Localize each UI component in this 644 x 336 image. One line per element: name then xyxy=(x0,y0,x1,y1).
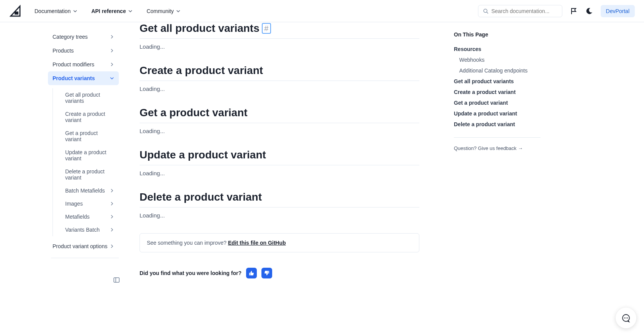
toc-item-get[interactable]: Get a product variant xyxy=(454,97,540,108)
toc-item-delete[interactable]: Delete a product variant xyxy=(454,119,540,130)
toc-item-additional-endpoints[interactable]: Additional Catalog endpoints xyxy=(454,65,540,76)
sidebar: Category trees Products Product modifier… xyxy=(0,22,124,290)
svg-point-1 xyxy=(483,9,487,12)
sidebar-item-label: Product variants xyxy=(53,75,95,81)
anchor-link[interactable]: # xyxy=(262,23,271,34)
section-heading: Get a product variant xyxy=(140,107,419,123)
sidebar-item-category-trees[interactable]: Category trees xyxy=(48,30,119,44)
sidebar-submenu: Get all product variants Create a produc… xyxy=(53,88,119,236)
sidebar-subitem-delete[interactable]: Delete a product variant xyxy=(61,165,119,184)
toc-item-update[interactable]: Update a product variant xyxy=(454,108,540,119)
section-title: Get a product variant xyxy=(140,107,248,119)
chevron-down-icon xyxy=(110,76,114,81)
sidebar-subitem-variants-batch[interactable]: Variants Batch xyxy=(61,223,119,236)
sidebar-subitem-label: Delete a product variant xyxy=(65,168,114,181)
thumbs-down-button[interactable] xyxy=(261,268,272,278)
collapse-sidebar-button[interactable] xyxy=(113,277,120,285)
sidebar-item-label: Product variant options xyxy=(53,243,107,249)
svg-line-2 xyxy=(486,12,488,13)
sidebar-item-label: Products xyxy=(53,48,74,54)
section-heading: Delete a product variant xyxy=(140,191,419,208)
nav-documentation[interactable]: Documentation xyxy=(34,8,77,14)
sidebar-subitem-update[interactable]: Update a product variant xyxy=(61,146,119,165)
devportal-button[interactable]: DevPortal xyxy=(601,5,635,17)
sidebar-subitem-label: Update a product variant xyxy=(65,149,114,161)
main-content: Get all product variants # Loading... Cr… xyxy=(124,22,435,290)
toc-panel: On This Page Resources Webhooks Addition… xyxy=(435,22,550,290)
section-heading: Get all product variants # xyxy=(140,22,419,39)
nav-documentation-label: Documentation xyxy=(34,8,71,14)
thumbs-up-button[interactable] xyxy=(246,268,257,278)
sidebar-item-products[interactable]: Products xyxy=(48,44,119,58)
sidebar-subitem-label: Get all product variants xyxy=(65,92,114,104)
toc-item-webhooks[interactable]: Webhooks xyxy=(454,54,540,65)
section-get: Get a product variant Loading... xyxy=(140,107,419,134)
sidebar-subitem-metafields[interactable]: Metafields xyxy=(61,210,119,223)
chevron-right-icon xyxy=(110,62,114,67)
section-title: Delete a product variant xyxy=(140,191,262,203)
section-create: Create a product variant Loading... xyxy=(140,64,419,92)
chevron-down-icon xyxy=(128,9,133,13)
loading-text: Loading... xyxy=(140,43,419,50)
sidebar-subitem-label: Metafields xyxy=(65,214,90,220)
feedback-question: Did you find what you were looking for? xyxy=(140,270,242,276)
chevron-right-icon xyxy=(110,48,114,53)
feedback-link[interactable]: Question? Give us feedback → xyxy=(454,145,540,151)
svg-rect-3 xyxy=(114,278,119,282)
nav-community-label: Community xyxy=(146,8,174,14)
sidebar-subitem-label: Images xyxy=(65,201,83,207)
chevron-right-icon xyxy=(110,244,114,249)
section-heading: Create a product variant xyxy=(140,64,419,81)
sidebar-item-product-modifiers[interactable]: Product modifiers xyxy=(48,58,119,71)
chevron-right-icon xyxy=(110,214,114,219)
chevron-right-icon xyxy=(110,201,114,206)
sidebar-subitem-get-all[interactable]: Get all product variants xyxy=(61,88,119,107)
sidebar-item-label: Category trees xyxy=(53,34,88,40)
nav-community[interactable]: Community xyxy=(146,8,181,14)
sidebar-subitem-label: Batch Metafields xyxy=(65,188,105,194)
sidebar-subitem-get[interactable]: Get a product variant xyxy=(61,127,119,146)
logo[interactable] xyxy=(9,5,22,18)
sidebar-item-product-variants[interactable]: Product variants xyxy=(48,71,119,85)
sidebar-subitem-label: Create a product variant xyxy=(65,111,114,123)
moon-icon xyxy=(585,7,593,15)
search-icon xyxy=(483,8,488,14)
nav-links: Documentation API reference Community xyxy=(34,8,181,14)
loading-text: Loading... xyxy=(140,170,419,176)
toc-item-resources[interactable]: Resources xyxy=(454,44,540,54)
sidebar-subitem-label: Get a product variant xyxy=(65,130,114,142)
section-heading: Update a product variant xyxy=(140,149,419,165)
toc-item-get-all[interactable]: Get all product variants xyxy=(454,76,540,87)
header-right: DevPortal xyxy=(478,5,635,17)
sidebar-subitem-create[interactable]: Create a product variant xyxy=(61,107,119,127)
sidebar-divider xyxy=(51,258,119,258)
section-title: Create a product variant xyxy=(140,64,263,77)
section-get-all: Get all product variants # Loading... xyxy=(140,22,419,50)
logo-icon xyxy=(9,5,22,18)
sidebar-item-variant-options[interactable]: Product variant options xyxy=(48,239,119,253)
thumbs-up-icon xyxy=(249,270,254,276)
theme-toggle[interactable] xyxy=(585,7,593,15)
chevron-down-icon xyxy=(176,9,181,13)
chevron-down-icon xyxy=(73,9,77,13)
panel-collapse-icon xyxy=(113,277,120,283)
sidebar-subitem-batch-metafields[interactable]: Batch Metafields xyxy=(61,184,119,197)
flag-button[interactable] xyxy=(570,7,578,15)
nav-api-reference[interactable]: API reference xyxy=(91,8,133,14)
sidebar-subitem-images[interactable]: Images xyxy=(61,197,119,210)
svg-rect-0 xyxy=(15,12,18,15)
app-header: Documentation API reference Community De… xyxy=(0,0,644,22)
toc-item-create[interactable]: Create a product variant xyxy=(454,87,540,97)
edit-prompt-text: See something you can improve? xyxy=(147,240,228,246)
chevron-right-icon xyxy=(110,188,114,193)
toc-divider xyxy=(454,137,540,138)
sidebar-subitem-label: Variants Batch xyxy=(65,227,100,233)
section-delete: Delete a product variant Loading... xyxy=(140,191,419,219)
edit-github-link[interactable]: Edit this file on GitHub xyxy=(228,240,286,246)
search-input[interactable] xyxy=(491,8,557,14)
search-box[interactable] xyxy=(478,5,562,17)
section-title: Update a product variant xyxy=(140,149,266,161)
layout: Category trees Products Product modifier… xyxy=(0,22,644,290)
chevron-right-icon xyxy=(110,227,114,232)
section-update: Update a product variant Loading... xyxy=(140,149,419,176)
